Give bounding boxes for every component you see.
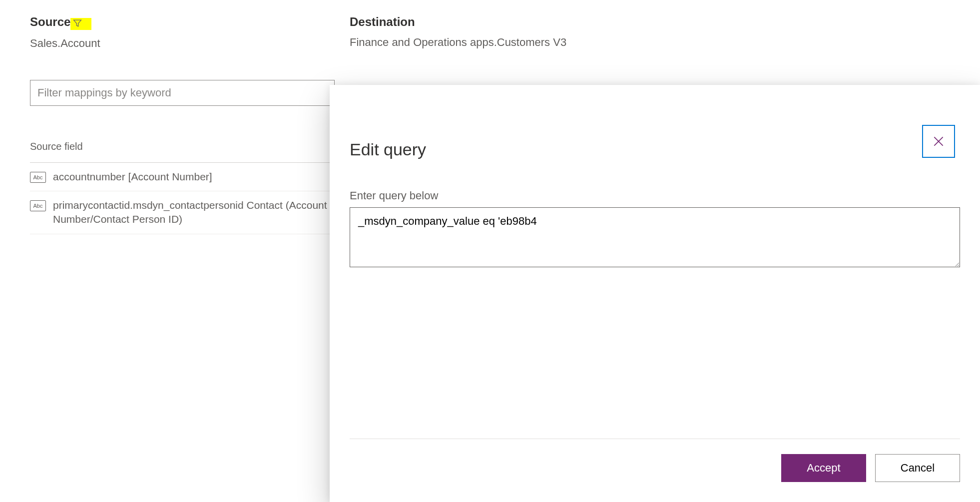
field-name: accountnumber [Account Number]: [53, 170, 212, 184]
filter-icon: [72, 18, 82, 28]
accept-button[interactable]: Accept: [781, 454, 866, 482]
text-type-icon: Abc: [30, 200, 46, 211]
dialog-title: Edit query: [350, 140, 960, 159]
dialog-actions: Accept Cancel: [350, 439, 960, 487]
source-column: Source Sales.Account: [30, 15, 350, 50]
destination-value: Finance and Operations apps.Customers V3: [350, 36, 950, 49]
edit-query-dialog: Edit query Enter query below Accept Canc…: [330, 85, 980, 502]
field-name: primarycontactid.msdyn_contactpersonid C…: [53, 198, 335, 227]
table-row[interactable]: Abc accountnumber [Account Number]: [30, 163, 335, 191]
filter-mappings-input[interactable]: [30, 80, 335, 106]
filter-button-highlight[interactable]: [70, 18, 91, 30]
destination-label: Destination: [350, 15, 415, 29]
close-icon: [932, 135, 945, 148]
query-textarea[interactable]: [350, 207, 960, 267]
destination-column: Destination Finance and Operations apps.…: [350, 15, 950, 50]
source-label: Source: [30, 15, 70, 29]
close-button[interactable]: [922, 125, 955, 158]
cancel-button[interactable]: Cancel: [875, 454, 960, 482]
source-value: Sales.Account: [30, 37, 350, 50]
text-type-icon: Abc: [30, 172, 46, 183]
table-row[interactable]: Abc primarycontactid.msdyn_contactperson…: [30, 191, 335, 234]
source-field-header: Source field: [30, 141, 335, 163]
source-field-table: Source field Abc accountnumber [Account …: [30, 141, 335, 234]
query-label: Enter query below: [350, 189, 960, 202]
